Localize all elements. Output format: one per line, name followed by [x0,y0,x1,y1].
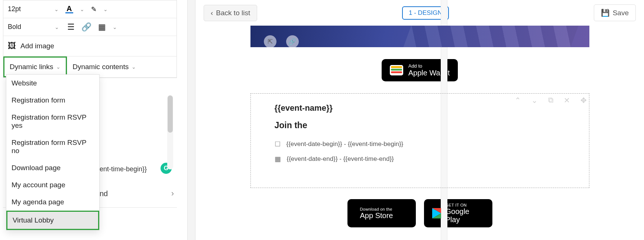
font-size-select[interactable]: 12pt ⌄ [8,5,59,13]
font-weight-select[interactable]: Bold ⌄ [8,23,59,31]
menu-item-website[interactable]: Website [6,75,99,92]
google-play-sm: GET IT ON [446,203,484,207]
menu-item-registration-form[interactable]: Registration form [6,92,99,109]
peek-end-row[interactable]: nd › [100,189,174,198]
google-play-icon [432,208,441,218]
join-label: Join the [275,120,565,130]
banner-tool-url-icon[interactable]: 🔗 [286,35,299,47]
font-size-value: 12pt [8,5,21,13]
back-to-list-button[interactable]: ‹ Back to list [204,5,257,21]
google-play-button[interactable]: GET IT ON Google Play [424,199,492,227]
preview-top-bar: ‹ Back to list 1 - DESIGN 💾 Save [195,0,644,26]
menu-item-rsvp-yes[interactable]: Registration form RSVP yes [6,109,99,134]
chevron-left-icon: ‹ [211,9,213,17]
block-toolbar: ⌃ ⌄ ⧉ ✕ ✥ [515,96,587,105]
dynamic-links-menu: Website Registration form Registration f… [6,74,100,230]
dynamic-contents-label: Dynamic contents [72,63,129,71]
save-icon: 💾 [601,9,610,17]
chevron-down-icon: ⌄ [56,64,61,70]
date-begin-row: ☐ {{event-date-begin}} - {{event-time-be… [275,140,565,148]
date-end-row: ▦ {{event-date-end}} - {{event-time-end}… [275,155,565,163]
scrollbar-thumb[interactable] [168,95,173,133]
preview-panel: ‹ Back to list 1 - DESIGN 💾 Save ⇱ 🔗 Add… [195,0,644,240]
menu-item-my-agenda[interactable]: My agenda page [6,194,99,211]
email-preview: ⇱ 🔗 Add to Apple Wallet ⌃ ⌄ ⧉ ✕ ✥ {{even… [250,26,589,227]
content-block[interactable]: ⌃ ⌄ ⧉ ✕ ✥ {{event-name}} Join the ☐ {{ev… [250,93,589,188]
apple-wallet-icon [390,65,403,75]
peek-end-label: nd [100,189,108,198]
chevron-down-icon[interactable]: ⌄ [80,6,84,12]
google-play-lg: Google Play [446,207,484,224]
highlight-icon[interactable]: ✎ [91,5,97,13]
app-store-row: Download on the App Store GET IT ON Goog… [250,199,589,227]
app-store-sm: Download on the [360,207,393,211]
app-store-button[interactable]: Download on the App Store [347,199,416,227]
calendar-outline-icon: ☐ [275,140,281,148]
google-play-text: GET IT ON Google Play [446,203,484,224]
back-label: Back to list [216,9,250,17]
date-begin-text: {{event-date-begin}} - {{event-time-begi… [287,140,404,148]
font-weight-value: Bold [8,23,21,31]
app-store-lg: App Store [360,211,393,220]
text-color-icon[interactable]: A [65,5,73,13]
menu-item-my-account[interactable]: My account page [6,176,99,194]
app-store-text: Download on the App Store [360,207,393,220]
chevron-down-icon[interactable]: ⌄ [113,24,117,30]
apple-wallet-section: Add to Apple Wallet [250,47,589,93]
panel-divider[interactable] [187,0,195,240]
chevron-down-icon: ⌄ [132,64,136,70]
chevron-down-icon: ⌄ [55,24,59,30]
banner-tool-link-icon[interactable]: ⇱ [264,35,276,47]
format-icons: ☰ 🔗 ▦ ⌄ [67,22,117,32]
editor-sidebar: 12pt ⌄ A ⌄ ✎ ⌄ Bold ⌄ ☰ 🔗 ▦ ⌄ 🖼 Add imag… [3,0,177,78]
move-up-icon[interactable]: ⌃ [515,96,521,105]
move-down-icon[interactable]: ⌄ [531,96,538,105]
menu-item-virtual-lobby[interactable]: Virtual Lobby [6,211,99,230]
text-color-group: A ⌄ ✎ ⌄ [65,5,107,13]
image-icon: 🖼 [8,41,16,51]
menu-item-download-page[interactable]: Download page [6,159,99,176]
save-label: Save [613,9,629,17]
calendar-filled-icon: ▦ [275,155,281,163]
bullet-list-icon[interactable]: ☰ [67,22,75,32]
chevron-down-icon: ⌄ [54,6,59,12]
add-image-label: Add image [20,42,54,50]
add-image-button[interactable]: 🖼 Add image [3,36,177,56]
menu-item-rsvp-no[interactable]: Registration form RSVP no [6,134,99,159]
table-icon[interactable]: ▦ [98,22,106,32]
font-weight-row: Bold ⌄ ☰ 🔗 ▦ ⌄ [3,18,177,36]
drag-handle-icon[interactable]: ✥ [580,96,587,105]
peek-time-begin: ent-time-begin}} [100,165,147,173]
dynamic-links-label: Dynamic links [10,63,53,71]
chevron-down-icon[interactable]: ⌄ [103,6,108,12]
banner-image[interactable]: ⇱ 🔗 [250,26,589,47]
sidebar-scrollbar[interactable] [167,95,173,169]
duplicate-icon[interactable]: ⧉ [548,96,553,105]
link-icon[interactable]: 🔗 [81,22,91,32]
save-button[interactable]: 💾 Save [594,4,636,21]
font-size-row: 12pt ⌄ A ⌄ ✎ ⌄ [3,0,177,18]
delete-icon[interactable]: ✕ [564,96,570,105]
chevron-right-icon: › [171,189,174,198]
date-end-text: {{event-date-end}} - {{event-time-end}} [287,155,394,163]
